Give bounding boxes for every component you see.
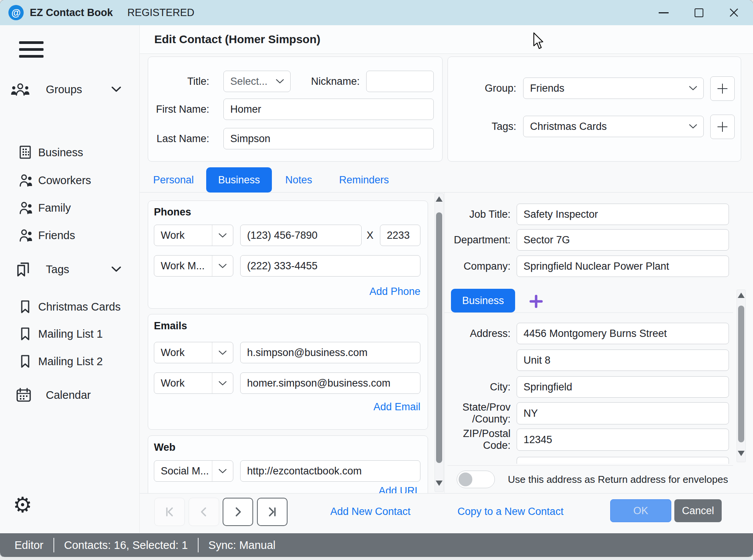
tab-notes[interactable]: Notes	[285, 174, 312, 186]
extension-label: X	[364, 225, 376, 246]
add-group-button[interactable]	[710, 76, 735, 101]
sidebar-item-label: Business	[38, 146, 83, 159]
company-field[interactable]: Springfield Nuclear Power Plant	[517, 256, 729, 277]
title-select[interactable]: Select...	[223, 71, 291, 92]
close-button[interactable]	[729, 7, 739, 18]
next-contact-button[interactable]	[223, 498, 253, 526]
chevron-down-icon	[689, 86, 697, 91]
tab-business[interactable]: Business	[206, 167, 272, 193]
last-contact-button[interactable]	[257, 498, 288, 526]
hamburger-menu-button[interactable]	[19, 41, 44, 58]
app-window: @ EZ Contact Book REGISTERED Groups	[0, 0, 753, 557]
phone-type-select[interactable]: Work	[154, 225, 233, 246]
add-new-contact-link[interactable]: Add New Contact	[330, 506, 410, 518]
copy-to-new-contact-link[interactable]: Copy to a New Contact	[457, 506, 564, 518]
settings-gear-icon[interactable]: ⚙	[13, 494, 32, 516]
phone-number-field[interactable]: (222) 333-4455	[240, 255, 420, 277]
zip-field[interactable]: 12345	[517, 429, 729, 451]
sidebar-item-friends[interactable]: Friends	[0, 222, 139, 249]
chevron-down-icon	[212, 225, 233, 246]
nickname-field[interactable]	[366, 71, 434, 92]
sidebar-item-business-group[interactable]: Business	[0, 139, 139, 166]
scroll-up-arrow-icon[interactable]	[436, 196, 443, 202]
status-sync-mode: Sync: Manual	[208, 539, 276, 552]
sidebar-item-groups[interactable]: Groups	[0, 76, 139, 103]
phones-heading: Phones	[154, 206, 191, 218]
cancel-button[interactable]: Cancel	[674, 499, 722, 522]
tags-icon	[16, 262, 31, 277]
scroll-down-arrow-icon[interactable]	[738, 451, 745, 456]
group-select[interactable]: Friends	[523, 78, 704, 99]
url-field[interactable]: http://ezcontactbook.com	[240, 460, 420, 482]
scroll-up-arrow-icon[interactable]	[738, 293, 745, 298]
title-bar: @ EZ Contact Book REGISTERED	[0, 0, 753, 25]
first-contact-button[interactable]	[154, 498, 185, 526]
tab-personal[interactable]: Personal	[153, 174, 194, 186]
department-label: Department:	[412, 229, 511, 251]
sidebar-item-label: Friends	[38, 229, 75, 242]
sidebar-item-calendar[interactable]: Calendar	[0, 381, 139, 409]
close-icon	[729, 8, 739, 18]
registration-status: REGISTERED	[128, 7, 195, 19]
first-icon	[164, 506, 175, 518]
sidebar-item-tags[interactable]: Tags	[0, 256, 139, 283]
app-title: EZ Contact Book	[30, 7, 113, 19]
tab-reminders[interactable]: Reminders	[339, 174, 389, 186]
tags-label: Tags:	[451, 116, 516, 137]
toggle-knob	[459, 473, 472, 486]
zip-label-line1: ZIP/Postal	[463, 428, 511, 440]
minimize-icon	[659, 12, 669, 13]
phone-number-field[interactable]: (123) 456-7890	[240, 225, 362, 246]
email-address-field[interactable]: h.simpson@business.com	[240, 342, 420, 363]
email-type-select[interactable]: Work	[154, 342, 233, 363]
previous-contact-button[interactable]	[189, 498, 219, 526]
city-label: City:	[412, 376, 511, 398]
sidebar-item-family[interactable]: Family	[0, 194, 139, 222]
add-phone-link[interactable]: Add Phone	[369, 286, 420, 298]
email-type-value: Work	[154, 373, 212, 393]
return-address-toggle-label: Use this address as Return address for e…	[508, 474, 728, 486]
right-pane-scrollbar-thumb[interactable]	[738, 306, 744, 442]
tags-select[interactable]: Christmas Cards	[523, 116, 704, 137]
scroll-down-arrow-icon[interactable]	[436, 481, 443, 486]
phone-type-value: Work M...	[154, 256, 212, 276]
sidebar-item-label: Mailing List 1	[38, 328, 103, 340]
chevron-down-icon	[276, 79, 284, 84]
add-address-icon[interactable]	[529, 295, 543, 310]
address-line1-field[interactable]: 4456 Montgomery Burns Street	[517, 323, 729, 344]
last-name-field[interactable]: Simpson	[223, 128, 434, 149]
url-type-select[interactable]: Social M...	[154, 460, 233, 482]
status-mode: Editor	[15, 539, 44, 552]
state-label-line1: State/Prov	[462, 401, 511, 413]
minimize-button[interactable]	[658, 7, 669, 18]
address-tab-business[interactable]: Business	[451, 289, 515, 312]
address-tab-border	[444, 312, 733, 313]
add-tag-button[interactable]	[710, 115, 735, 139]
first-name-field[interactable]: Homer	[223, 99, 434, 120]
sidebar-item-mailing-list-2[interactable]: Mailing List 2	[0, 348, 139, 375]
web-heading: Web	[154, 442, 176, 453]
sidebar-item-coworkers[interactable]: Coworkers	[0, 167, 139, 194]
chevron-down-icon[interactable]	[111, 87, 121, 92]
address-label: Address:	[412, 323, 511, 344]
phone-type-value: Work	[154, 225, 212, 246]
chevron-down-icon[interactable]	[111, 267, 121, 272]
status-contacts-count: Contacts: 16, Selected: 1	[64, 539, 188, 552]
url-type-value: Social M...	[154, 461, 212, 481]
maximize-button[interactable]	[693, 7, 704, 18]
address-line2-field[interactable]: Unit 8	[517, 350, 729, 371]
sidebar-item-mailing-list-1[interactable]: Mailing List 1	[0, 320, 139, 348]
phone-type-select[interactable]: Work M...	[154, 255, 233, 277]
job-title-field[interactable]: Safety Inspector	[517, 204, 729, 225]
city-field[interactable]: Springfield	[517, 376, 729, 398]
email-address-field[interactable]: homer.simpson@business.com	[240, 372, 420, 394]
sidebar-item-christmas-cards[interactable]: Christmas Cards	[0, 293, 139, 320]
maximize-icon	[695, 8, 703, 17]
state-field[interactable]: NY	[517, 402, 729, 424]
return-address-toggle[interactable]	[457, 471, 495, 488]
department-field[interactable]: Sector 7G	[517, 229, 729, 251]
state-label-line2: /County:	[472, 413, 511, 425]
sidebar: Groups Business Coworkers Family	[0, 25, 140, 533]
ok-button[interactable]: OK	[610, 499, 671, 522]
email-type-select[interactable]: Work	[154, 372, 233, 394]
